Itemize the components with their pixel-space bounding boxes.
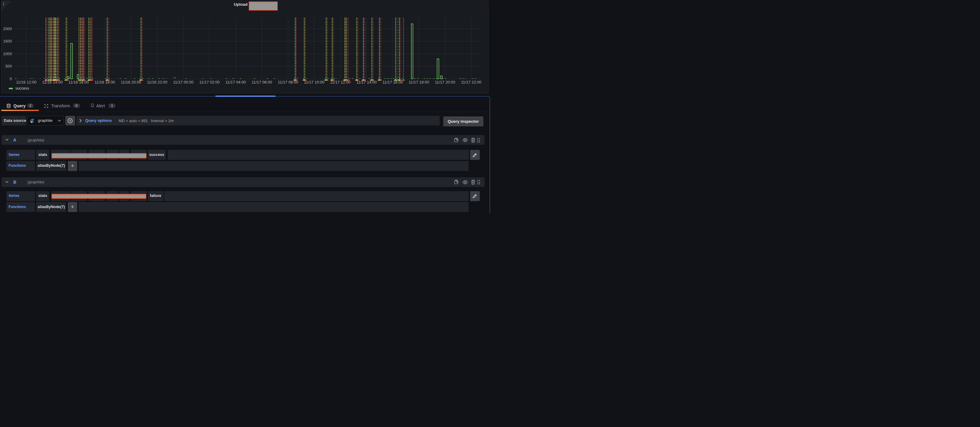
svg-text:2000: 2000: [3, 27, 12, 31]
svg-text:11/17 02:00: 11/17 02:00: [199, 80, 220, 84]
svg-text:11/16 22:00: 11/16 22:00: [147, 80, 167, 84]
svg-text:11/16 18:00: 11/16 18:00: [95, 80, 115, 84]
svg-text:?: ?: [69, 119, 71, 123]
svg-text:11/17 10:00: 11/17 10:00: [304, 80, 325, 84]
svg-text:0: 0: [10, 76, 12, 81]
svg-text:1500: 1500: [3, 39, 12, 43]
svg-text:11/17 18:00: 11/17 18:00: [409, 80, 429, 84]
svg-text:11/17 20:00: 11/17 20:00: [435, 80, 455, 84]
svg-text:11/17 06:00: 11/17 06:00: [251, 80, 272, 84]
svg-text:11/16 20:00: 11/16 20:00: [121, 80, 141, 84]
svg-text:11/16 12:00: 11/16 12:00: [16, 80, 37, 84]
svg-text:1000: 1000: [3, 51, 12, 56]
svg-text:11/17 22:00: 11/17 22:00: [461, 80, 482, 84]
svg-text:11/17 04:00: 11/17 04:00: [226, 80, 246, 84]
svg-text:11/17 00:00: 11/17 00:00: [173, 80, 194, 84]
svg-text:500: 500: [5, 64, 12, 69]
